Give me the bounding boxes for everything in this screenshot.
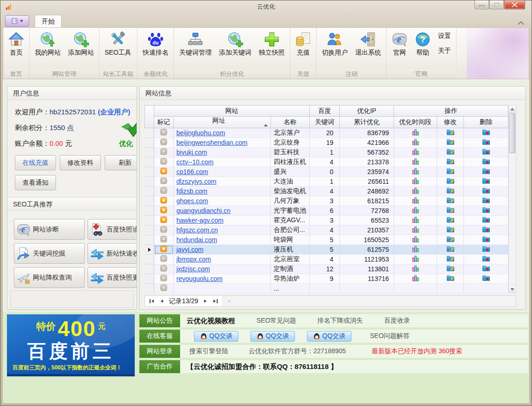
close-button[interactable]: [504, 0, 525, 9]
delete-cell[interactable]: [464, 128, 508, 138]
site-link[interactable]: cctv--10.com: [176, 158, 213, 166]
period-cell[interactable]: [394, 138, 437, 148]
column-header-mark[interactable]: 标记: [154, 117, 174, 128]
maximize-button[interactable]: [489, 0, 504, 9]
delete-cell[interactable]: [464, 187, 508, 196]
pager-scroll-left-button[interactable]: [227, 299, 231, 303]
mark-cell[interactable]: [154, 148, 174, 157]
delete-cell[interactable]: [464, 148, 508, 157]
mark-cell[interactable]: [154, 225, 174, 235]
site-link[interactable]: guangyudianchi.cn: [176, 207, 231, 214]
row-selector[interactable]: [145, 255, 154, 264]
edit-cell[interactable]: [437, 157, 464, 167]
row-selector[interactable]: [145, 216, 154, 225]
ribbon-button-recharge[interactable]: 充值: [292, 29, 315, 58]
period-cell[interactable]: [394, 148, 437, 157]
table-row[interactable]: dlzszyjys.com大连油1265611: [145, 177, 508, 187]
period-cell[interactable]: [394, 245, 437, 255]
table-row[interactable]: beijingwenshendian.com北京纹身19421966: [145, 138, 508, 148]
mark-cell[interactable]: [154, 235, 174, 245]
edit-cell[interactable]: [437, 148, 464, 157]
site-link[interactable]: hfgszc.com.cn: [176, 226, 218, 234]
edit-cell[interactable]: [437, 167, 464, 177]
keyword-dig-button[interactable]: 关键词挖掘: [14, 243, 85, 264]
site-link[interactable]: fdjzsb.com: [176, 187, 207, 195]
online-recharge-button[interactable]: 在线充值: [15, 155, 56, 170]
period-cell[interactable]: [394, 216, 437, 225]
row-selector[interactable]: [145, 167, 154, 177]
column-header-total[interactable]: 累计优化: [340, 117, 394, 128]
mark-cell[interactable]: [154, 187, 174, 196]
period-cell[interactable]: [394, 187, 437, 196]
delete-cell[interactable]: [464, 225, 508, 235]
group-header-ops[interactable]: 操作: [394, 106, 508, 117]
footer-link[interactable]: 云优化软件官方群号：227188905: [249, 347, 346, 356]
edit-cell[interactable]: [437, 187, 464, 196]
ribbon-button-keyword-manage[interactable]: 关键词管理: [175, 29, 215, 58]
site-diagnose-button[interactable]: e 网站诊断: [14, 219, 85, 240]
collapse-ribbon-chevron-icon[interactable]: [518, 19, 524, 27]
group-header-site[interactable]: 网站: [154, 106, 310, 117]
table-row[interactable]: hndundai.com吨袋网51650525: [145, 235, 508, 245]
row-selector[interactable]: [145, 157, 154, 167]
table-row[interactable]: jayyj.com液压机5612575: [145, 245, 508, 255]
column-header-edit[interactable]: 修改: [437, 117, 464, 128]
ribbon-button-help[interactable]: ?帮助: [411, 29, 434, 58]
column-header-name[interactable]: 名称: [271, 117, 310, 128]
row-selector[interactable]: [145, 235, 154, 245]
table-row[interactable]: guangyudianchi.cn光宇蓄电池672768: [145, 206, 508, 216]
site-link[interactable]: dlzszyjys.com: [176, 178, 216, 185]
row-selector[interactable]: [145, 206, 154, 216]
mark-cell[interactable]: [154, 196, 174, 206]
ribbon-button-fast-rank[interactable]: du快速排名: [139, 29, 172, 58]
ribbon-button-standalone-snapshot[interactable]: 独立快照: [255, 29, 288, 58]
footer-link[interactable]: 云优化视频教程: [187, 317, 235, 325]
table-row[interactable]: hfgszc.com.cn合肥公司...4210357: [145, 225, 508, 235]
edit-cell[interactable]: [437, 235, 464, 245]
edit-cell[interactable]: [437, 128, 464, 138]
edit-cell[interactable]: [437, 255, 464, 264]
app-menu-button[interactable]: [5, 15, 29, 27]
pager-last-button[interactable]: [213, 299, 218, 303]
table-row[interactable]: ...: [145, 284, 508, 294]
vertical-scrollbar[interactable]: [508, 105, 516, 293]
edit-cell[interactable]: [437, 216, 464, 225]
edit-profile-button[interactable]: 修改资料: [60, 155, 101, 170]
table-row[interactable]: jxdzjsc.com定制酒12113801: [145, 264, 508, 274]
pager-prev-button[interactable]: [160, 299, 164, 303]
table-row[interactable]: biyukj.com碧玉科技1567352: [145, 148, 508, 157]
delete-cell[interactable]: [464, 216, 508, 225]
scroll-down-button[interactable]: [509, 285, 516, 293]
period-cell[interactable]: [394, 284, 437, 294]
site-link[interactable]: beijingwenshendian.com: [176, 139, 247, 146]
edit-cell[interactable]: [437, 274, 464, 284]
ad-banner[interactable]: 特价 400 元 百度前三 百度前三页内，500以下指数的正规企业词！ QQ:7…: [7, 314, 135, 376]
baidu-snapshot-diagnose-button[interactable]: 百度快照诊断: [88, 219, 137, 240]
mark-cell[interactable]: [154, 255, 174, 264]
delete-cell[interactable]: [464, 138, 508, 148]
mark-cell[interactable]: [154, 167, 174, 177]
period-cell[interactable]: [394, 206, 437, 216]
site-link[interactable]: biyukj.com: [176, 149, 207, 156]
table-row[interactable]: fdjzsb.com柴油发电机4248692: [145, 187, 508, 196]
footer-link[interactable]: 百度收录: [384, 317, 410, 325]
refresh-button[interactable]: 刷新: [105, 155, 137, 170]
ribbon-button-official-site[interactable]: e官网: [388, 29, 411, 58]
delete-cell[interactable]: [464, 235, 508, 245]
pager-next-button[interactable]: [203, 299, 207, 303]
column-header-del[interactable]: 删除: [464, 117, 508, 128]
table-row[interactable]: jbmspx.com北京画室41121953: [145, 255, 508, 264]
group-header-ip[interactable]: 优化IP: [340, 106, 394, 117]
footer-link[interactable]: 搜索引擎登陆: [189, 347, 228, 356]
row-selector[interactable]: [145, 225, 154, 235]
mark-cell[interactable]: [154, 284, 174, 294]
edit-cell[interactable]: [437, 264, 464, 274]
site-link[interactable]: hawker-agv.com: [176, 217, 224, 224]
ribbon-small-button-settings[interactable]: 设置: [438, 32, 451, 40]
mark-cell[interactable]: [154, 157, 174, 167]
period-cell[interactable]: [394, 128, 437, 138]
row-selector[interactable]: [145, 274, 154, 284]
ribbon-button-switch-user[interactable]: 切换用户: [318, 29, 351, 58]
period-cell[interactable]: [394, 157, 437, 167]
mark-cell[interactable]: [154, 274, 174, 284]
